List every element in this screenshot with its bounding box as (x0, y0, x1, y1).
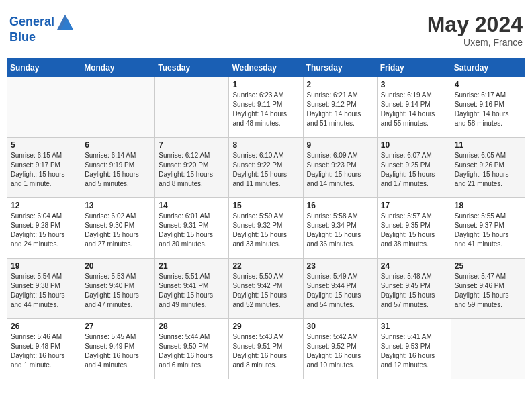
cell-info: Sunrise: 5:46 AMSunset: 9:48 PMDaylight:… (11, 332, 77, 370)
page-header: General Blue May 2024 Uxem, France (7, 7, 525, 53)
logo-general: General (9, 15, 54, 28)
cell-info: Sunrise: 6:15 AMSunset: 9:17 PMDaylight:… (11, 151, 77, 189)
calendar-cell (155, 77, 229, 138)
cell-info: Sunrise: 5:50 AMSunset: 9:42 PMDaylight:… (232, 272, 299, 310)
cell-info: Sunrise: 5:45 AMSunset: 9:49 PMDaylight:… (85, 332, 151, 370)
header-thursday: Thursday (303, 59, 377, 77)
day-number: 5 (11, 140, 77, 150)
day-number: 27 (85, 322, 151, 331)
cell-info: Sunrise: 6:01 AMSunset: 9:31 PMDaylight:… (159, 212, 225, 249)
calendar-cell (81, 77, 155, 138)
logo-blue: Blue (9, 31, 36, 43)
cell-info: Sunrise: 6:02 AMSunset: 9:30 PMDaylight:… (85, 212, 151, 249)
calendar-week-1: 1Sunrise: 6:23 AMSunset: 9:11 PMDaylight… (7, 77, 525, 138)
cell-info: Sunrise: 5:41 AMSunset: 9:53 PMDaylight:… (381, 332, 447, 370)
cell-info: Sunrise: 5:43 AMSunset: 9:51 PMDaylight:… (232, 332, 299, 370)
cell-info: Sunrise: 5:58 AMSunset: 9:34 PMDaylight:… (307, 212, 373, 249)
day-number: 31 (381, 322, 447, 331)
calendar-cell: 30Sunrise: 5:42 AMSunset: 9:52 PMDayligh… (303, 319, 377, 379)
cell-info: Sunrise: 5:47 AMSunset: 9:46 PMDaylight:… (455, 272, 521, 310)
calendar-cell: 20Sunrise: 5:53 AMSunset: 9:40 PMDayligh… (81, 259, 155, 319)
calendar-week-3: 12Sunrise: 6:04 AMSunset: 9:28 PMDayligh… (7, 198, 525, 259)
header-monday: Monday (81, 59, 155, 77)
day-number: 10 (381, 140, 447, 150)
calendar-cell: 8Sunrise: 6:10 AMSunset: 9:22 PMDaylight… (229, 138, 303, 198)
cell-info: Sunrise: 5:51 AMSunset: 9:41 PMDaylight:… (159, 272, 225, 310)
day-number: 20 (85, 261, 151, 271)
day-number: 18 (455, 201, 521, 210)
day-number: 12 (11, 201, 77, 210)
calendar-cell: 16Sunrise: 5:58 AMSunset: 9:34 PMDayligh… (303, 198, 377, 259)
day-number: 25 (455, 261, 521, 271)
header-sunday: Sunday (7, 59, 81, 77)
day-number: 30 (307, 322, 373, 331)
header-saturday: Saturday (451, 59, 525, 77)
calendar-week-4: 19Sunrise: 5:54 AMSunset: 9:38 PMDayligh… (7, 259, 525, 319)
logo: General Blue (9, 12, 75, 43)
calendar-cell: 10Sunrise: 6:07 AMSunset: 9:25 PMDayligh… (377, 138, 451, 198)
day-number: 7 (159, 140, 225, 150)
day-number: 23 (307, 261, 373, 271)
day-number: 13 (85, 201, 151, 210)
cell-info: Sunrise: 6:04 AMSunset: 9:28 PMDaylight:… (11, 212, 77, 249)
cell-info: Sunrise: 6:17 AMSunset: 9:16 PMDaylight:… (455, 91, 521, 128)
day-number: 11 (455, 140, 521, 150)
logo-icon (56, 12, 75, 31)
calendar-cell: 24Sunrise: 5:48 AMSunset: 9:45 PMDayligh… (377, 259, 451, 319)
day-number: 28 (159, 322, 225, 331)
day-number: 29 (232, 322, 299, 331)
calendar-cell: 25Sunrise: 5:47 AMSunset: 9:46 PMDayligh… (451, 259, 525, 319)
calendar-cell: 15Sunrise: 5:59 AMSunset: 9:32 PMDayligh… (229, 198, 303, 259)
calendar-cell: 12Sunrise: 6:04 AMSunset: 9:28 PMDayligh… (7, 198, 81, 259)
calendar-cell: 27Sunrise: 5:45 AMSunset: 9:49 PMDayligh… (81, 319, 155, 379)
cell-info: Sunrise: 6:09 AMSunset: 9:23 PMDaylight:… (307, 151, 373, 189)
location: Uxem, France (427, 37, 523, 48)
day-number: 17 (381, 201, 447, 210)
calendar-cell: 28Sunrise: 5:44 AMSunset: 9:50 PMDayligh… (155, 319, 229, 379)
calendar-week-5: 26Sunrise: 5:46 AMSunset: 9:48 PMDayligh… (7, 319, 525, 379)
day-number: 19 (11, 261, 77, 271)
day-number: 15 (232, 201, 299, 210)
day-number: 3 (381, 80, 447, 89)
header-wednesday: Wednesday (229, 59, 303, 77)
cell-info: Sunrise: 5:57 AMSunset: 9:35 PMDaylight:… (381, 212, 447, 249)
day-number: 4 (455, 80, 521, 89)
cell-info: Sunrise: 6:14 AMSunset: 9:19 PMDaylight:… (85, 151, 151, 189)
day-number: 1 (232, 80, 299, 89)
cell-info: Sunrise: 6:21 AMSunset: 9:12 PMDaylight:… (307, 91, 373, 128)
calendar-week-2: 5Sunrise: 6:15 AMSunset: 9:17 PMDaylight… (7, 138, 525, 198)
calendar-cell: 4Sunrise: 6:17 AMSunset: 9:16 PMDaylight… (451, 77, 525, 138)
month-year: May 2024 (427, 12, 523, 37)
day-number: 14 (159, 201, 225, 210)
calendar-cell: 14Sunrise: 6:01 AMSunset: 9:31 PMDayligh… (155, 198, 229, 259)
day-number: 8 (232, 140, 299, 150)
calendar-cell: 7Sunrise: 6:12 AMSunset: 9:20 PMDaylight… (155, 138, 229, 198)
day-number: 26 (11, 322, 77, 331)
cell-info: Sunrise: 5:48 AMSunset: 9:45 PMDaylight:… (381, 272, 447, 310)
cell-info: Sunrise: 6:05 AMSunset: 9:26 PMDaylight:… (455, 151, 521, 189)
cell-info: Sunrise: 6:07 AMSunset: 9:25 PMDaylight:… (381, 151, 447, 189)
cell-info: Sunrise: 6:23 AMSunset: 9:11 PMDaylight:… (232, 91, 299, 128)
cell-info: Sunrise: 6:10 AMSunset: 9:22 PMDaylight:… (232, 151, 299, 189)
header-friday: Friday (377, 59, 451, 77)
calendar-cell: 13Sunrise: 6:02 AMSunset: 9:30 PMDayligh… (81, 198, 155, 259)
calendar-cell: 31Sunrise: 5:41 AMSunset: 9:53 PMDayligh… (377, 319, 451, 379)
cell-info: Sunrise: 5:44 AMSunset: 9:50 PMDaylight:… (159, 332, 225, 370)
cell-info: Sunrise: 5:54 AMSunset: 9:38 PMDaylight:… (11, 272, 77, 310)
header-tuesday: Tuesday (155, 59, 229, 77)
day-number: 24 (381, 261, 447, 271)
cell-info: Sunrise: 5:42 AMSunset: 9:52 PMDaylight:… (307, 332, 373, 370)
calendar-cell: 22Sunrise: 5:50 AMSunset: 9:42 PMDayligh… (229, 259, 303, 319)
calendar-cell: 26Sunrise: 5:46 AMSunset: 9:48 PMDayligh… (7, 319, 81, 379)
calendar-cell (7, 77, 81, 138)
calendar-cell: 19Sunrise: 5:54 AMSunset: 9:38 PMDayligh… (7, 259, 81, 319)
calendar-cell: 21Sunrise: 5:51 AMSunset: 9:41 PMDayligh… (155, 259, 229, 319)
calendar-cell: 2Sunrise: 6:21 AMSunset: 9:12 PMDaylight… (303, 77, 377, 138)
calendar-cell: 23Sunrise: 5:49 AMSunset: 9:44 PMDayligh… (303, 259, 377, 319)
calendar-cell: 1Sunrise: 6:23 AMSunset: 9:11 PMDaylight… (229, 77, 303, 138)
cell-info: Sunrise: 5:53 AMSunset: 9:40 PMDaylight:… (85, 272, 151, 310)
day-number: 21 (159, 261, 225, 271)
day-number: 9 (307, 140, 373, 150)
calendar-cell: 9Sunrise: 6:09 AMSunset: 9:23 PMDaylight… (303, 138, 377, 198)
calendar-cell (451, 319, 525, 379)
